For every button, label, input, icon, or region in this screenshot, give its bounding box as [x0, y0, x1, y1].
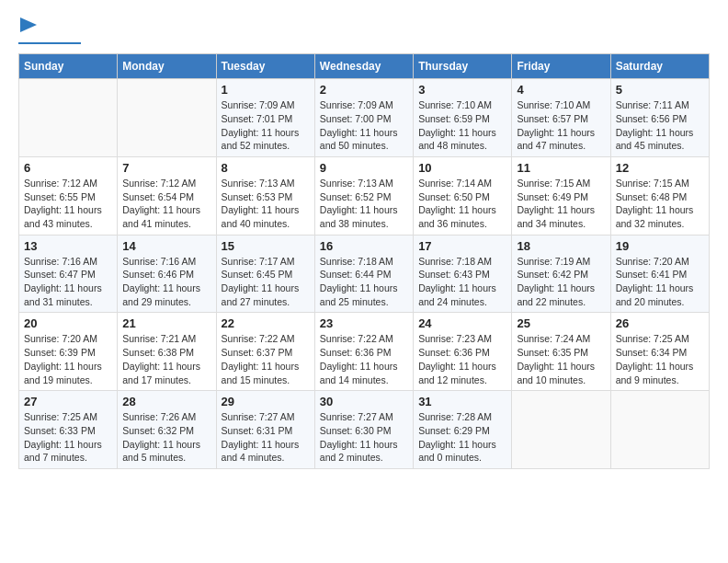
day-number: 2 [320, 83, 408, 97]
day-info: Sunrise: 7:15 AM Sunset: 6:48 PM Dayligh… [616, 177, 704, 231]
day-number: 8 [222, 161, 310, 175]
day-number: 17 [418, 239, 506, 253]
day-info: Sunrise: 7:27 AM Sunset: 6:30 PM Dayligh… [320, 410, 408, 465]
day-info: Sunrise: 7:16 AM Sunset: 6:47 PM Dayligh… [24, 255, 112, 309]
logo-underline [18, 42, 81, 44]
calendar-cell: 20Sunrise: 7:20 AM Sunset: 6:39 PM Dayli… [19, 313, 118, 391]
calendar-cell: 14Sunrise: 7:16 AM Sunset: 6:46 PM Dayli… [118, 235, 216, 313]
day-info: Sunrise: 7:28 AM Sunset: 6:29 PM Dayligh… [418, 410, 506, 465]
calendar-cell: 24Sunrise: 7:23 AM Sunset: 6:36 PM Dayli… [414, 313, 512, 391]
calendar-cell: 16Sunrise: 7:18 AM Sunset: 6:44 PM Dayli… [314, 235, 413, 313]
calendar-cell: 4Sunrise: 7:10 AM Sunset: 6:57 PM Daylig… [512, 79, 610, 157]
day-number: 1 [222, 83, 310, 97]
calendar-header-monday: Monday [118, 54, 216, 79]
day-info: Sunrise: 7:22 AM Sunset: 6:36 PM Dayligh… [320, 332, 408, 386]
calendar-cell: 2Sunrise: 7:09 AM Sunset: 7:00 PM Daylig… [314, 79, 413, 157]
calendar-cell: 25Sunrise: 7:24 AM Sunset: 6:35 PM Dayli… [512, 313, 610, 391]
calendar-table: SundayMondayTuesdayWednesdayThursdayFrid… [18, 53, 710, 469]
calendar-cell: 13Sunrise: 7:16 AM Sunset: 6:47 PM Dayli… [19, 235, 118, 313]
day-info: Sunrise: 7:20 AM Sunset: 6:41 PM Dayligh… [616, 255, 704, 309]
calendar-cell: 17Sunrise: 7:18 AM Sunset: 6:43 PM Dayli… [414, 235, 512, 313]
calendar-cell: 18Sunrise: 7:19 AM Sunset: 6:42 PM Dayli… [512, 235, 610, 313]
calendar-cell: 27Sunrise: 7:25 AM Sunset: 6:33 PM Dayli… [19, 391, 118, 469]
calendar-header-wednesday: Wednesday [314, 54, 413, 79]
day-info: Sunrise: 7:16 AM Sunset: 6:46 PM Dayligh… [122, 255, 210, 309]
calendar-header-sunday: Sunday [19, 54, 118, 79]
day-number: 13 [24, 239, 112, 253]
day-info: Sunrise: 7:13 AM Sunset: 6:53 PM Dayligh… [222, 177, 310, 231]
day-number: 29 [222, 395, 310, 408]
calendar-cell: 6Sunrise: 7:12 AM Sunset: 6:55 PM Daylig… [19, 156, 118, 235]
day-info: Sunrise: 7:18 AM Sunset: 6:43 PM Dayligh… [418, 255, 506, 309]
day-number: 16 [320, 239, 408, 253]
calendar-header-row: SundayMondayTuesdayWednesdayThursdayFrid… [19, 54, 710, 79]
day-number: 4 [517, 83, 605, 97]
day-info: Sunrise: 7:14 AM Sunset: 6:50 PM Dayligh… [418, 177, 506, 231]
calendar-cell: 15Sunrise: 7:17 AM Sunset: 6:45 PM Dayli… [216, 235, 314, 313]
calendar-week-row: 6Sunrise: 7:12 AM Sunset: 6:55 PM Daylig… [19, 156, 710, 235]
calendar-cell: 7Sunrise: 7:12 AM Sunset: 6:54 PM Daylig… [118, 156, 216, 235]
day-info: Sunrise: 7:09 AM Sunset: 7:00 PM Dayligh… [320, 98, 408, 153]
calendar-cell: 26Sunrise: 7:25 AM Sunset: 6:34 PM Dayli… [610, 313, 709, 391]
calendar-header-saturday: Saturday [610, 54, 709, 79]
calendar-week-row: 20Sunrise: 7:20 AM Sunset: 6:39 PM Dayli… [19, 313, 710, 391]
calendar-cell: 11Sunrise: 7:15 AM Sunset: 6:49 PM Dayli… [512, 156, 610, 235]
calendar-cell: 28Sunrise: 7:26 AM Sunset: 6:32 PM Dayli… [118, 391, 216, 469]
calendar-cell: 10Sunrise: 7:14 AM Sunset: 6:50 PM Dayli… [414, 156, 512, 235]
day-number: 30 [320, 395, 408, 408]
day-info: Sunrise: 7:19 AM Sunset: 6:42 PM Dayligh… [517, 255, 605, 309]
day-number: 21 [122, 316, 210, 330]
calendar-header-friday: Friday [512, 54, 610, 79]
day-number: 14 [122, 239, 210, 253]
day-info: Sunrise: 7:20 AM Sunset: 6:39 PM Dayligh… [24, 332, 112, 386]
day-info: Sunrise: 7:09 AM Sunset: 7:01 PM Dayligh… [222, 98, 310, 153]
day-info: Sunrise: 7:13 AM Sunset: 6:52 PM Dayligh… [320, 177, 408, 231]
day-info: Sunrise: 7:26 AM Sunset: 6:32 PM Dayligh… [122, 410, 210, 465]
calendar-header-tuesday: Tuesday [216, 54, 314, 79]
day-info: Sunrise: 7:21 AM Sunset: 6:38 PM Dayligh… [122, 332, 210, 386]
calendar-cell [512, 391, 610, 469]
day-number: 24 [418, 316, 506, 330]
calendar-cell: 9Sunrise: 7:13 AM Sunset: 6:52 PM Daylig… [314, 156, 413, 235]
svg-marker-0 [20, 17, 37, 32]
day-info: Sunrise: 7:22 AM Sunset: 6:37 PM Dayligh… [222, 332, 310, 386]
day-info: Sunrise: 7:25 AM Sunset: 6:33 PM Dayligh… [24, 410, 112, 465]
day-number: 7 [122, 161, 210, 175]
calendar-header-thursday: Thursday [414, 54, 512, 79]
day-number: 31 [418, 395, 506, 408]
day-info: Sunrise: 7:10 AM Sunset: 6:57 PM Dayligh… [517, 98, 605, 153]
calendar-week-row: 13Sunrise: 7:16 AM Sunset: 6:47 PM Dayli… [19, 235, 710, 313]
day-number: 18 [517, 239, 605, 253]
calendar-week-row: 27Sunrise: 7:25 AM Sunset: 6:33 PM Dayli… [19, 391, 710, 469]
page-header [18, 18, 710, 44]
day-number: 20 [24, 316, 112, 330]
calendar-cell [19, 79, 118, 157]
day-info: Sunrise: 7:15 AM Sunset: 6:49 PM Dayligh… [517, 177, 605, 231]
day-number: 9 [320, 161, 408, 175]
day-number: 26 [616, 316, 704, 330]
day-info: Sunrise: 7:12 AM Sunset: 6:55 PM Dayligh… [24, 177, 112, 231]
day-number: 28 [122, 395, 210, 408]
calendar-cell: 21Sunrise: 7:21 AM Sunset: 6:38 PM Dayli… [118, 313, 216, 391]
day-info: Sunrise: 7:25 AM Sunset: 6:34 PM Dayligh… [616, 332, 704, 386]
day-number: 5 [616, 83, 704, 97]
day-number: 11 [517, 161, 605, 175]
calendar-cell: 1Sunrise: 7:09 AM Sunset: 7:01 PM Daylig… [216, 79, 314, 157]
day-number: 3 [418, 83, 506, 97]
day-info: Sunrise: 7:27 AM Sunset: 6:31 PM Dayligh… [222, 410, 310, 465]
day-number: 25 [517, 316, 605, 330]
calendar-cell: 12Sunrise: 7:15 AM Sunset: 6:48 PM Dayli… [610, 156, 709, 235]
day-info: Sunrise: 7:24 AM Sunset: 6:35 PM Dayligh… [517, 332, 605, 386]
day-info: Sunrise: 7:11 AM Sunset: 6:56 PM Dayligh… [616, 98, 704, 153]
calendar-cell [610, 391, 709, 469]
calendar-cell: 30Sunrise: 7:27 AM Sunset: 6:30 PM Dayli… [314, 391, 413, 469]
calendar-cell: 5Sunrise: 7:11 AM Sunset: 6:56 PM Daylig… [610, 79, 709, 157]
day-number: 15 [222, 239, 310, 253]
day-info: Sunrise: 7:17 AM Sunset: 6:45 PM Dayligh… [222, 255, 310, 309]
calendar-cell: 31Sunrise: 7:28 AM Sunset: 6:29 PM Dayli… [414, 391, 512, 469]
day-number: 12 [616, 161, 704, 175]
day-info: Sunrise: 7:10 AM Sunset: 6:59 PM Dayligh… [418, 98, 506, 153]
day-info: Sunrise: 7:12 AM Sunset: 6:54 PM Dayligh… [122, 177, 210, 231]
calendar-cell: 29Sunrise: 7:27 AM Sunset: 6:31 PM Dayli… [216, 391, 314, 469]
calendar-cell: 3Sunrise: 7:10 AM Sunset: 6:59 PM Daylig… [414, 79, 512, 157]
